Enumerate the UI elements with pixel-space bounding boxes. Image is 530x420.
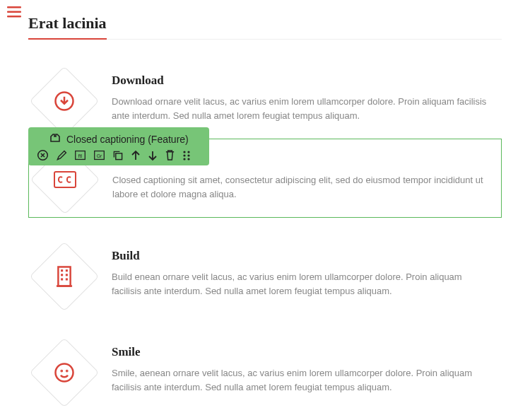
- svg-rect-11: [66, 278, 68, 280]
- svg-rect-6: [61, 269, 63, 272]
- svg-point-13: [61, 371, 62, 371]
- svg-point-25: [183, 158, 185, 160]
- svg-point-26: [187, 158, 189, 160]
- block-type-label: Closed captioning (Feature): [66, 134, 189, 145]
- block-type-icon: [49, 133, 61, 145]
- feature-title: Smile: [112, 345, 488, 359]
- hamburger-menu-button[interactable]: [7, 6, 21, 21]
- download-icon: [40, 76, 89, 126]
- svg-rect-1: [7, 11, 21, 13]
- svg-rect-10: [61, 278, 63, 280]
- move-up-button[interactable]: [131, 150, 141, 161]
- svg-rect-20: [116, 153, 122, 159]
- feature-icon-wrapper: [40, 252, 89, 301]
- svg-rect-9: [66, 274, 68, 276]
- grid-width-button[interactable]: Gr: [93, 149, 105, 161]
- svg-point-22: [187, 151, 189, 153]
- feature-title: Download: [112, 74, 488, 88]
- svg-rect-4: [54, 172, 76, 187]
- svg-point-21: [183, 151, 185, 153]
- feature-description: Closed captioning sit amet, consectetur …: [112, 173, 487, 202]
- svg-point-14: [66, 371, 67, 371]
- feature-description: Build enean ornare velit lacus, ac variu…: [112, 270, 488, 298]
- svg-point-12: [56, 364, 73, 382]
- svg-text:ftl: ftl: [78, 153, 83, 158]
- feature-icon-wrapper: [40, 76, 89, 126]
- page-title: Erat lacinia: [28, 14, 107, 40]
- svg-rect-0: [7, 6, 21, 8]
- svg-rect-2: [7, 16, 21, 18]
- duplicate-button[interactable]: [112, 150, 124, 161]
- building-icon: [40, 252, 89, 301]
- feature-build[interactable]: Build Build enean ornare velit lacus, ac…: [28, 236, 502, 314]
- deselect-button[interactable]: [37, 149, 49, 161]
- move-down-button[interactable]: [148, 150, 158, 161]
- feature-title: Build: [112, 249, 488, 263]
- smile-icon: [40, 348, 89, 397]
- feature-icon-wrapper: [40, 348, 89, 397]
- feature-description: Download ornare velit lacus, ac varius e…: [112, 95, 488, 123]
- hamburger-icon: [7, 6, 21, 18]
- svg-rect-7: [66, 269, 68, 272]
- svg-rect-8: [61, 274, 63, 276]
- svg-text:Gr: Gr: [97, 153, 102, 158]
- svg-point-23: [183, 154, 185, 156]
- drag-handle[interactable]: [182, 150, 191, 161]
- feature-smile[interactable]: Smile Smile, aenean ornare velit lacus, …: [28, 332, 502, 410]
- edit-button[interactable]: [56, 150, 67, 161]
- feature-description: Smile, aenean ornare velit lacus, ac var…: [112, 366, 488, 395]
- block-editor-toolbar: Closed captioning (Feature) ftl Gr: [28, 127, 209, 165]
- delete-button[interactable]: [165, 149, 175, 161]
- svg-rect-5: [58, 267, 70, 286]
- fluid-width-button[interactable]: ftl: [74, 149, 86, 161]
- svg-point-24: [187, 154, 189, 156]
